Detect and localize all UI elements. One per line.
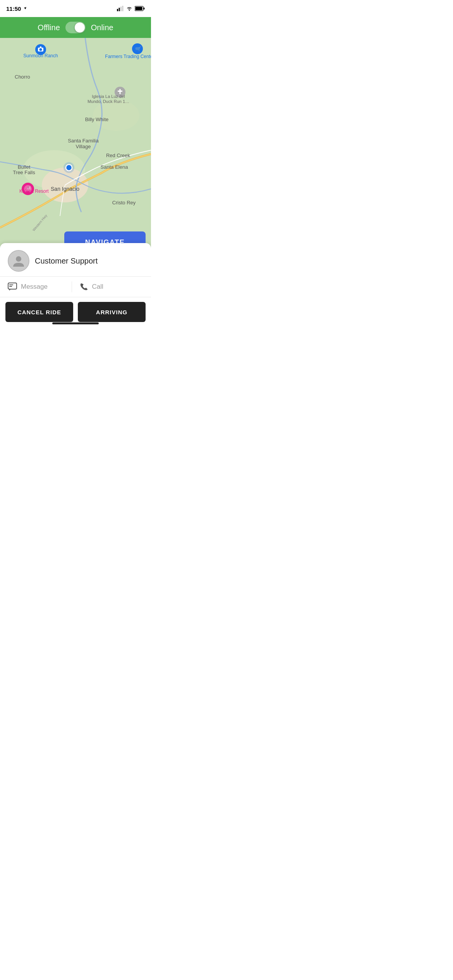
call-label: Call bbox=[92, 283, 103, 291]
svg-point-6 bbox=[129, 10, 130, 11]
arriving-label: ARRIVING bbox=[96, 309, 127, 315]
svg-point-31 bbox=[66, 164, 72, 171]
online-label: Online bbox=[91, 23, 113, 32]
header-bar: Offline Online bbox=[0, 17, 151, 38]
santa-familia-label: Santa Familia bbox=[68, 138, 99, 144]
farmers-trading-label: Farmers Trading Center bbox=[105, 54, 151, 59]
svg-rect-17 bbox=[40, 46, 41, 48]
home-indicator bbox=[52, 322, 99, 324]
kaana-resort-label: Ka'ana Resort bbox=[19, 188, 49, 194]
svg-text:Mundo, Duck Run 1…: Mundo, Duck Run 1… bbox=[88, 99, 129, 104]
phone-icon bbox=[80, 283, 88, 291]
red-creek-label: Red Creek bbox=[106, 152, 130, 158]
farmers-trading-pin: 🛒 bbox=[132, 43, 143, 54]
message-icon bbox=[8, 283, 17, 291]
time-display: 11:50 bbox=[6, 5, 21, 12]
bullet-tree-falls-label: Bullet bbox=[18, 164, 31, 170]
status-bar: 11:50 bbox=[0, 0, 151, 17]
svg-rect-5 bbox=[122, 6, 124, 11]
button-row: CANCEL RIDE ARRIVING bbox=[0, 297, 151, 326]
call-action[interactable]: Call bbox=[72, 283, 144, 291]
svg-text:Tree Falls: Tree Falls bbox=[13, 170, 35, 175]
svg-marker-39 bbox=[9, 289, 11, 291]
svg-text:Village: Village bbox=[76, 144, 91, 149]
bottom-panel: Customer Support Message Call CANCEL RID… bbox=[0, 243, 151, 327]
message-action[interactable]: Message bbox=[8, 283, 72, 291]
wifi-icon bbox=[126, 6, 132, 11]
svg-point-35 bbox=[16, 256, 21, 262]
cancel-ride-button[interactable]: CANCEL RIDE bbox=[5, 302, 73, 322]
svg-point-12 bbox=[93, 100, 139, 131]
action-row: Message Call bbox=[0, 277, 151, 297]
support-row: Customer Support bbox=[0, 243, 151, 277]
current-location-marker bbox=[63, 162, 74, 173]
status-time: 11:50 bbox=[6, 5, 27, 12]
svg-rect-9 bbox=[136, 7, 142, 10]
billy-white-label: Billy White bbox=[85, 117, 109, 122]
offline-label: Offline bbox=[38, 23, 60, 32]
message-label: Message bbox=[21, 283, 48, 291]
sunmoon-ranch-label: Sunmoon Ranch bbox=[23, 53, 58, 58]
iglesia-label: Iglesia La Luz del bbox=[92, 94, 125, 99]
svg-rect-24 bbox=[118, 91, 122, 92]
map-svg: Western Hwy 🛒 bbox=[0, 38, 151, 259]
cancel-ride-label: CANCEL RIDE bbox=[17, 309, 61, 315]
svg-rect-3 bbox=[119, 8, 120, 11]
svg-rect-4 bbox=[120, 7, 122, 11]
map-area[interactable]: Western Hwy 🛒 bbox=[0, 38, 151, 259]
san-ignacio-label: San Ignacio bbox=[51, 186, 79, 192]
svg-rect-8 bbox=[144, 8, 145, 10]
avatar-icon bbox=[12, 254, 25, 267]
cristo-rey-label: Cristo Rey bbox=[112, 200, 136, 206]
arriving-button[interactable]: ARRIVING bbox=[78, 302, 146, 322]
location-arrow-icon bbox=[22, 6, 27, 11]
battery-icon bbox=[135, 6, 145, 11]
svg-rect-2 bbox=[117, 9, 118, 11]
online-offline-toggle[interactable] bbox=[65, 22, 86, 33]
chorro-label: Chorro bbox=[15, 74, 30, 80]
svg-point-16 bbox=[39, 48, 42, 51]
status-icons bbox=[117, 6, 145, 11]
signal-icon bbox=[117, 6, 124, 11]
santa-elena-label: Santa Elena bbox=[101, 164, 129, 170]
support-name: Customer Support bbox=[35, 257, 98, 266]
avatar bbox=[8, 250, 29, 272]
